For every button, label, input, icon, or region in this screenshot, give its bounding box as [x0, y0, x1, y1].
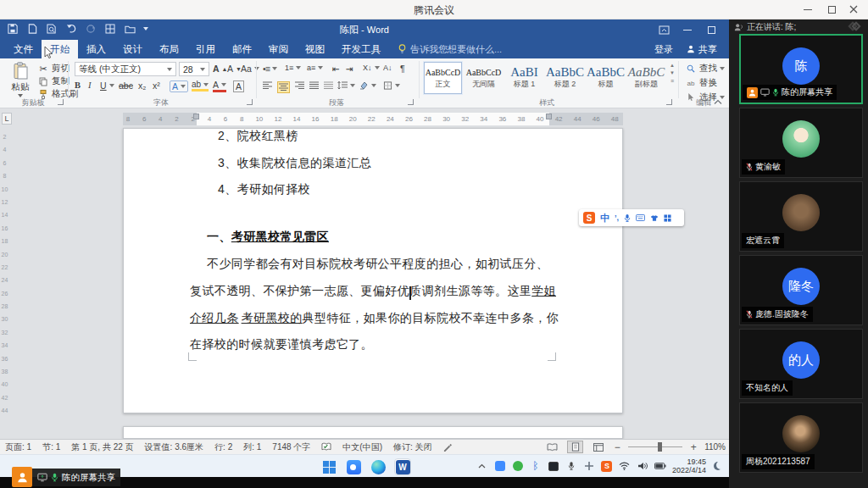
left-indent-marker[interactable]	[193, 114, 199, 119]
status-column[interactable]: 列: 1	[243, 441, 261, 453]
tell-me-box[interactable]: 告诉我您想要做什么...	[398, 40, 502, 58]
align-right-button[interactable]	[295, 81, 304, 93]
speaker-icon[interactable]	[637, 459, 648, 473]
status-word-count[interactable]: 7148 个字	[272, 441, 310, 453]
status-language[interactable]: 中文(中国)	[342, 441, 382, 453]
highlight-button[interactable]: ab	[192, 80, 209, 92]
sogou-ime-toolbar[interactable]: S 中 ’,	[579, 209, 684, 226]
grow-font-button[interactable]: A▲	[213, 64, 228, 74]
zoom-slider[interactable]	[628, 446, 682, 447]
status-track-changes[interactable]: 修订: 关闭	[393, 441, 432, 453]
sort-button[interactable]: A↓	[383, 64, 392, 72]
style-card[interactable]: AaBbCcD 正文	[424, 62, 462, 94]
start-button[interactable]	[320, 458, 337, 475]
share-overlay-badge[interactable]: 陈的屏幕共享	[32, 469, 120, 486]
status-line[interactable]: 行: 2	[214, 441, 232, 453]
style-card[interactable]: AaBbC 标题 2	[546, 62, 584, 94]
ime-language-mode[interactable]: 中	[600, 212, 609, 225]
sogou-logo-icon[interactable]: S	[583, 212, 595, 224]
ribbon-tab[interactable]: 视图	[297, 40, 333, 58]
status-page-count[interactable]: 第 1 页, 共 22 页	[71, 441, 133, 453]
ribbon-tab[interactable]: 文件	[5, 40, 42, 58]
taskbar-clock[interactable]: 19:45 2022/4/14	[672, 458, 706, 474]
ribbon-tab[interactable]: 邮件	[224, 40, 260, 58]
ribbon-tab[interactable]: 插入	[78, 40, 114, 58]
shading-button[interactable]	[359, 81, 376, 90]
strikethrough-button[interactable]: abc	[119, 80, 133, 91]
maximize-button[interactable]	[821, 0, 843, 19]
share-button[interactable]: 共享	[687, 43, 717, 56]
increase-indent-button[interactable]: ⇥	[346, 64, 353, 74]
tray-meeting-icon[interactable]	[494, 459, 506, 473]
proofing-icon[interactable]	[321, 442, 331, 452]
font-color-button[interactable]: A	[213, 80, 226, 92]
participant-tile[interactable]: 周杨2021213587	[739, 402, 863, 473]
participant-tile[interactable]: 的人 不知名的人	[739, 329, 863, 399]
participant-tile[interactable]: 宏遮云霄	[739, 181, 863, 252]
new-document-icon[interactable]	[26, 23, 38, 35]
distribute-button[interactable]	[324, 81, 333, 93]
participant-tile[interactable]: 黄渝敏	[739, 108, 863, 178]
numbering-button[interactable]: 1≡	[285, 64, 301, 72]
tray-sogou-icon[interactable]	[601, 459, 613, 473]
battery-icon[interactable]	[654, 459, 666, 473]
ribbon-tab[interactable]: 引用	[187, 40, 224, 58]
subscript-button[interactable]: x₂	[138, 80, 146, 91]
font-dialog-launcher[interactable]	[247, 99, 253, 105]
ribbon-tab[interactable]: 审阅	[260, 40, 297, 58]
styles-more-icon[interactable]: ≡	[670, 78, 674, 84]
taskbar-tencent-meeting[interactable]	[345, 458, 362, 475]
multilevel-list-button[interactable]: a≡	[307, 64, 323, 72]
character-border-button[interactable]: A	[233, 80, 244, 92]
vertical-ruler[interactable]: 2468101214161820222426283032343638404244	[1, 134, 8, 421]
participant-tile[interactable]: 陈 陈的屏幕共享	[739, 34, 863, 104]
styles-gallery-scroll[interactable]: ▲▼≡	[670, 63, 675, 84]
status-vertical-position[interactable]: 设置值: 3.6厘米	[145, 441, 203, 453]
tab-stop-selector[interactable]: L	[2, 113, 12, 125]
word-minimize-button[interactable]	[676, 22, 698, 37]
italic-button[interactable]: I	[88, 80, 92, 90]
sign-in-link[interactable]: 登录	[654, 43, 673, 56]
zoom-in-button[interactable]: +	[689, 441, 698, 453]
style-card[interactable]: AaBbCcD 无间隔	[465, 62, 503, 94]
font-size-combobox[interactable]: 28	[179, 62, 209, 76]
ime-punctuation-mode[interactable]: ’,	[615, 214, 619, 222]
print-preview-icon[interactable]	[46, 23, 58, 35]
ribbon-tab[interactable]: 开发工具	[333, 40, 389, 58]
style-card[interactable]: AaBbC 标题	[587, 62, 625, 94]
tray-display-icon[interactable]	[548, 459, 559, 473]
save-icon[interactable]	[7, 23, 19, 35]
style-card[interactable]: AaBI 标题 1	[505, 62, 543, 94]
taskbar-word-active[interactable]	[394, 458, 411, 475]
web-layout-button[interactable]	[590, 441, 606, 453]
cut-button[interactable]: ✂剪切	[37, 63, 70, 75]
tray-antivirus-icon[interactable]	[512, 459, 524, 473]
participant-tile[interactable]: 隆冬 庞德.固披隆冬	[739, 255, 863, 325]
text-effects-button[interactable]: A	[170, 80, 188, 92]
styles-scroll-up-icon[interactable]: ▲	[670, 63, 675, 68]
draw-table-icon[interactable]	[104, 23, 116, 35]
tray-settings-icon[interactable]	[583, 459, 595, 473]
tray-expand-chevron[interactable]	[476, 459, 488, 473]
clipboard-dialog-launcher[interactable]	[58, 99, 64, 105]
close-button[interactable]	[843, 0, 865, 19]
right-indent-marker[interactable]	[546, 114, 552, 119]
styles-scroll-down-icon[interactable]: ▼	[670, 70, 675, 75]
bluetooth-icon[interactable]: ᛒ	[530, 459, 542, 473]
collapse-ribbon-button[interactable]	[714, 99, 722, 105]
status-section[interactable]: 节: 1	[42, 441, 60, 453]
open-icon[interactable]	[124, 23, 136, 35]
word-restore-button[interactable]	[700, 22, 722, 37]
paste-button[interactable]: 粘贴	[7, 62, 34, 103]
line-spacing-button[interactable]	[337, 81, 355, 90]
paragraph-dialog-launcher[interactable]	[408, 99, 414, 105]
document-page-2[interactable]	[123, 426, 623, 439]
style-card[interactable]: AaBbC 副标题	[627, 62, 665, 94]
decrease-indent-button[interactable]: ⇤	[332, 64, 340, 74]
redo-icon[interactable]	[85, 23, 97, 35]
shrink-font-button[interactable]: A▼	[227, 64, 242, 74]
bullets-button[interactable]: •≡	[263, 64, 277, 74]
underline-button[interactable]: U	[100, 80, 114, 91]
night-light-icon[interactable]	[712, 459, 724, 473]
show-marks-button[interactable]: ¶	[400, 64, 405, 74]
